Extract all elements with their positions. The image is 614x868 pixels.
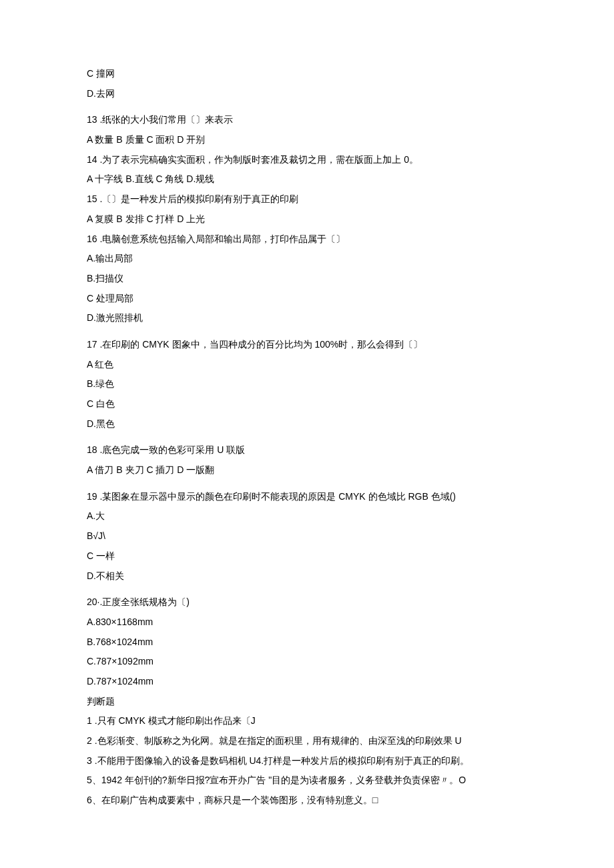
text-line: A.大	[87, 509, 527, 524]
text-line: A 借刀 B 夹刀 C 插刀 D 一版翻	[87, 463, 527, 478]
text-line: B.绿色	[87, 377, 527, 392]
text-line: D.不相关	[87, 569, 527, 584]
text-line: 5、1942 年创刊的?新华日报?宣布开办广告 "目的是为读者服务，义务登载并负…	[87, 773, 527, 788]
text-line: 2 .色彩渐变、制版称之为化网。就是在指定的面积里，用有规律的、由深至浅的印刷效…	[87, 734, 527, 749]
text-line: 13 .纸张的大小我们常用〔〕来表示	[87, 113, 527, 127]
text-line: A 红色	[87, 358, 527, 372]
text-line: C.787×1092mm	[87, 655, 527, 669]
text-line: 判断题	[87, 695, 527, 709]
text-line: C 撞网	[87, 67, 527, 81]
text-line: B.768×1024mm	[87, 635, 527, 650]
document-body: C 撞网D.去网13 .纸张的大小我们常用〔〕来表示A 数量 B 质量 C 面积…	[87, 67, 527, 808]
text-line: A 十字线 B.直线 C 角线 D.规线	[87, 172, 527, 187]
text-line: A 复膜 B 发排 C 打样 D 上光	[87, 212, 527, 227]
text-line: C 一样	[87, 549, 527, 564]
text-line: 3 .不能用于图像输入的设备是数码相机 U4.打样是一种发片后的模拟印刷有别于真…	[87, 754, 527, 769]
text-line: B√J\	[87, 529, 527, 544]
text-line: A.830×1168mm	[87, 615, 527, 630]
text-line: 15 .〔〕是一种发片后的模拟印刷有别于真正的印刷	[87, 192, 527, 207]
text-line: D.787×1024mm	[87, 675, 527, 689]
text-line: 1 .只有 CMYK 模式才能印刷出作品来〔J	[87, 714, 527, 729]
text-line: A 数量 B 质量 C 面积 D 开别	[87, 133, 527, 147]
text-line: 16 .电脑创意系统包括输入局部和输出局部，打印作品属于〔〕	[87, 232, 527, 247]
text-line: A.输出局部	[87, 252, 527, 266]
text-line: C 处理局部	[87, 292, 527, 306]
text-line: D.激光照排机	[87, 311, 527, 326]
text-line: 19 .某图象在显示器中显示的颜色在印刷时不能表现的原因是 CMYK 的色域比 …	[87, 490, 527, 504]
text-line: D.黑色	[87, 417, 527, 432]
text-line: D.去网	[87, 87, 527, 101]
text-line: B.扫描仪	[87, 272, 527, 286]
text-line: 20·.正度全张纸规格为〔)	[87, 595, 527, 610]
text-line: 6、在印刷广告构成要素中，商标只是一个装饰图形，没有特别意义。□	[87, 793, 527, 808]
text-line: C 白色	[87, 397, 527, 412]
text-line: 18 .底色完成一致的色彩可采用 U 联版	[87, 443, 527, 458]
text-line: 17 .在印刷的 CMYK 图象中，当四种成分的百分比均为 100%时，那么会得…	[87, 338, 527, 352]
text-line: 14 .为了表示完稿确实实面积，作为制版时套准及裁切之用，需在版面上加上 0。	[87, 153, 527, 167]
